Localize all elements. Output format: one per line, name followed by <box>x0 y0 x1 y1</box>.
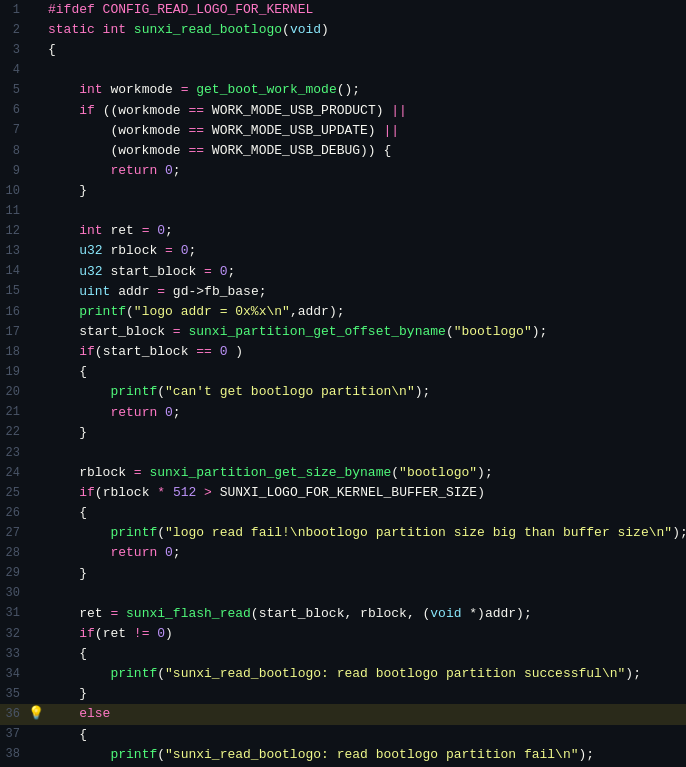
code-token: return <box>110 545 165 560</box>
code-token: = <box>165 243 181 258</box>
line-number: 17 <box>0 323 28 342</box>
code-line: 22 } <box>0 423 686 443</box>
code-line: 28 return 0; <box>0 543 686 563</box>
code-token: "sunxi_read_bootlogo: read bootlogo part… <box>165 747 578 762</box>
line-code: { <box>44 40 686 60</box>
line-code: { <box>44 503 686 523</box>
code-token: 0 <box>165 405 173 420</box>
code-token: (workmode <box>48 123 188 138</box>
line-indicator: 💡 <box>28 704 44 724</box>
code-line: 19 { <box>0 362 686 382</box>
code-token: start_block <box>48 324 173 339</box>
code-token: 0 <box>165 545 173 560</box>
code-token: #ifdef <box>48 2 103 17</box>
line-code: u32 rblock = 0; <box>44 241 686 261</box>
code-line: 6 if ((workmode == WORK_MODE_USB_PRODUCT… <box>0 101 686 121</box>
line-number: 21 <box>0 403 28 422</box>
line-number: 27 <box>0 524 28 543</box>
code-token: "logo addr = 0x%x\n" <box>134 304 290 319</box>
code-token <box>48 666 110 681</box>
line-code: else <box>44 704 686 724</box>
code-line: 18 if(start_block == 0 ) <box>0 342 686 362</box>
code-token: ( <box>157 666 165 681</box>
code-token <box>48 505 79 520</box>
code-token: { <box>48 42 56 57</box>
line-code: uint addr = gd->fb_base; <box>44 282 686 302</box>
line-number: 3 <box>0 41 28 60</box>
code-token: get_boot_work_mode <box>196 82 336 97</box>
code-token: ; <box>165 223 173 238</box>
code-line: 13 u32 rblock = 0; <box>0 241 686 261</box>
code-token: u32 <box>79 264 110 279</box>
code-line: 20 printf("can't get bootlogo partition\… <box>0 382 686 402</box>
code-token: { <box>79 505 87 520</box>
code-token: fb_base; <box>204 284 266 299</box>
line-number: 14 <box>0 262 28 281</box>
code-token: != <box>134 626 150 641</box>
code-token: -> <box>188 284 204 299</box>
code-token: ); <box>477 465 493 480</box>
line-code: printf("logo addr = 0x%x\n",addr); <box>44 302 686 322</box>
code-token <box>165 485 173 500</box>
code-token: "logo read fail!\nbootlogo partition siz… <box>165 525 672 540</box>
line-number: 22 <box>0 423 28 442</box>
code-token: "can't get bootlogo partition\n" <box>165 384 415 399</box>
code-token: ; <box>227 264 235 279</box>
code-token: else <box>79 706 110 721</box>
code-token: sunxi_read_bootlogo <box>134 22 282 37</box>
line-code: (workmode == WORK_MODE_USB_DEBUG)) { <box>44 141 686 161</box>
code-line: 16 printf("logo addr = 0x%x\n",addr); <box>0 302 686 322</box>
code-line: 4 <box>0 60 686 80</box>
code-token: { <box>79 646 87 661</box>
line-number: 15 <box>0 282 28 301</box>
code-token <box>196 485 204 500</box>
code-line: 26 { <box>0 503 686 523</box>
code-token: ); <box>579 747 595 762</box>
code-line: 34 printf("sunxi_read_bootlogo: read boo… <box>0 664 686 684</box>
code-token: = <box>157 284 173 299</box>
code-token: = <box>173 324 189 339</box>
code-token: (workmode <box>48 143 188 158</box>
code-token: ( <box>157 525 165 540</box>
code-token <box>48 706 79 721</box>
code-token: "sunxi_read_bootlogo: read bootlogo part… <box>165 666 625 681</box>
code-token: ( <box>157 384 165 399</box>
code-token <box>48 284 79 299</box>
code-token <box>48 183 79 198</box>
code-token: = <box>110 606 126 621</box>
line-code: printf("sunxi_read_bootlogo: read bootlo… <box>44 745 686 765</box>
line-code: printf("sunxi_read_bootlogo: read bootlo… <box>44 664 686 684</box>
code-token <box>48 384 110 399</box>
code-token <box>48 163 110 178</box>
code-token <box>48 626 79 641</box>
code-token: void <box>430 606 469 621</box>
code-token: if <box>79 103 102 118</box>
code-token: if <box>79 485 95 500</box>
line-number: 11 <box>0 202 28 221</box>
code-line: 12 int ret = 0; <box>0 221 686 241</box>
code-token: = <box>204 264 220 279</box>
code-token: "bootlogo" <box>454 324 532 339</box>
code-token: ); <box>672 525 686 540</box>
line-number: 7 <box>0 121 28 140</box>
code-token: = <box>142 223 158 238</box>
code-token: 512 <box>173 485 196 500</box>
code-token: sunxi_partition_get_size_byname <box>149 465 391 480</box>
code-token <box>48 82 79 97</box>
code-line: 2static int sunxi_read_bootlogo(void) <box>0 20 686 40</box>
line-code: ret = sunxi_flash_read(start_block, rblo… <box>44 604 686 624</box>
code-token: WORK_MODE_USB_UPDATE) <box>204 123 383 138</box>
code-line: 31 ret = sunxi_flash_read(start_block, r… <box>0 604 686 624</box>
code-token: ) <box>165 626 173 641</box>
code-token: ; <box>173 545 181 560</box>
code-token: = <box>181 82 197 97</box>
line-code: u32 start_block = 0; <box>44 262 686 282</box>
code-token: (); <box>337 82 360 97</box>
line-number: 33 <box>0 645 28 664</box>
code-token: ) <box>227 344 243 359</box>
code-line: 25 if(rblock * 512 > SUNXI_LOGO_FOR_KERN… <box>0 483 686 503</box>
code-token <box>48 425 79 440</box>
line-number: 20 <box>0 383 28 402</box>
code-token: static <box>48 22 103 37</box>
line-code: return 0; <box>44 403 686 423</box>
